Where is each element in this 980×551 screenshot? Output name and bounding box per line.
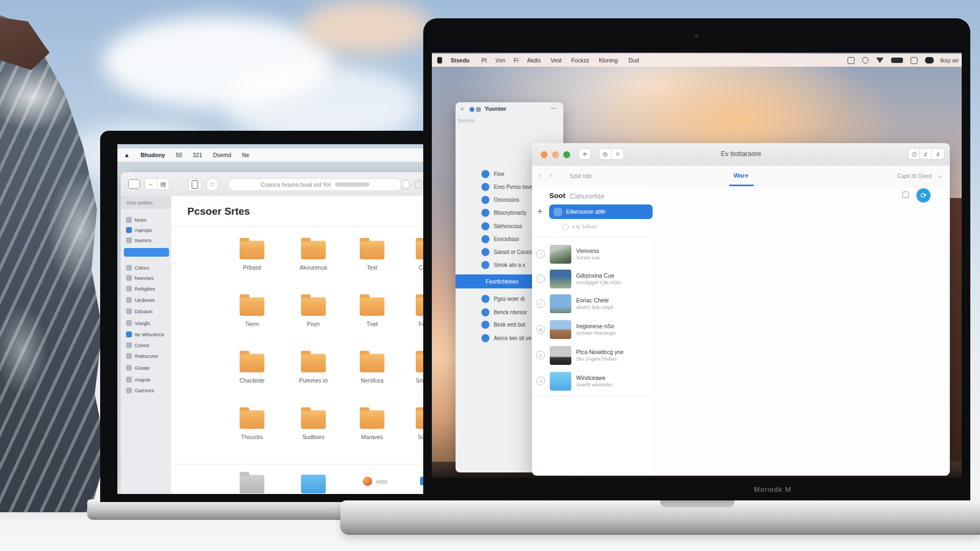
search-icon[interactable]: [862, 57, 869, 63]
folder-item[interactable]: Tierm: [227, 297, 277, 327]
menu-item[interactable]: Pt: [481, 57, 487, 63]
menu-item[interactable]: Fi: [514, 57, 519, 63]
folder-item[interactable]: [240, 475, 264, 493]
panel-icon-b[interactable]: [476, 107, 481, 112]
folder-item[interactable]: Poyn: [289, 297, 338, 327]
panel-item[interactable]: Stehoncous: [481, 221, 522, 231]
photo-list-row[interactable]: ◌ Gdrpoxina Cuesmudgigef Cde ASiis: [532, 267, 649, 291]
sidebar-item[interactable]: Uedsnes: [124, 295, 169, 305]
folder-item[interactable]: Pummes to: [289, 354, 338, 384]
divider: [532, 396, 653, 397]
spotlight-icon[interactable]: [925, 57, 934, 63]
folder-item[interactable]: Test: [347, 241, 397, 271]
panel-item[interactable]: Smok ato a x: [481, 260, 525, 270]
control-center-icon[interactable]: [848, 57, 855, 64]
sidebar-item[interactable]: Arajcte: [124, 375, 169, 384]
sidebar-item-selected[interactable]: [124, 248, 169, 257]
view-segmented-control[interactable]: – ▤: [144, 178, 170, 190]
panel-item[interactable]: Besk eett bot: [481, 320, 525, 329]
folder-item[interactable]: Prbasd: [227, 241, 277, 271]
panel-item[interactable]: Eres Pvnss tave: [481, 182, 533, 192]
menu-item[interactable]: 50: [176, 152, 182, 158]
apple-logo-icon[interactable]: [437, 57, 442, 63]
panel-item[interactable]: Sansd or Coces: [481, 247, 532, 257]
mic-icon[interactable]: [414, 180, 423, 189]
panel-item[interactable]: Erocivbasr: [481, 234, 519, 244]
photo-list-row[interactable]: ◇ Eoriac CheteahuttG kyb crepd: [532, 292, 649, 315]
apple-logo-icon[interactable]: ▲: [124, 152, 130, 158]
tab-ware[interactable]: Ware: [532, 172, 950, 179]
photo-list-row[interactable]: ◍ Iregionese nSoschister thiackegie: [532, 317, 649, 341]
menu-item[interactable]: Vest: [550, 57, 561, 63]
menu-item[interactable]: Bhudony: [141, 152, 165, 158]
blue-dot-icon: [481, 295, 489, 303]
folder-item[interactable]: Nersfcea: [347, 354, 397, 384]
folder-item[interactable]: Tnet: [347, 297, 397, 327]
display-icon[interactable]: [128, 179, 140, 189]
panel-item[interactable]: Ononssios: [481, 195, 519, 204]
add-icon[interactable]: +: [537, 207, 542, 216]
sidebar-item[interactable]: Coees: [124, 341, 169, 350]
menu-item[interactable]: Dud: [628, 57, 639, 63]
sidebar-item[interactable]: heevses: [124, 273, 169, 282]
panel-item[interactable]: Benck rdvrsor: [481, 307, 527, 317]
search-input[interactable]: Cnanca hvama taxal ind Yot: [228, 178, 402, 191]
zoom-in-icon[interactable]: z: [932, 149, 944, 159]
menu-item[interactable]: 321: [193, 152, 202, 158]
grid-view-icon[interactable]: ∷: [206, 178, 219, 191]
red-app-icon[interactable]: [363, 477, 372, 486]
folder-item[interactable]: Maraves: [347, 410, 397, 440]
sub-option-label[interactable]: s-ty Sdluas: [572, 223, 597, 229]
sidebar-item[interactable]: Geiate: [124, 363, 169, 372]
menu-item[interactable]: Ne: [242, 152, 249, 158]
menu-item[interactable]: Akdis: [527, 57, 541, 63]
folder-item[interactable]: Akourenua: [289, 241, 338, 271]
sidebar-item[interactable]: Noev: [124, 215, 169, 224]
list-view-icon[interactable]: –: [145, 179, 157, 189]
sidebar-item[interactable]: Ihatiscune: [124, 351, 169, 361]
sidebar-item[interactable]: Cskeo: [124, 263, 169, 272]
photos-titlebar: ≑ ◎⌗ Ev bottaraore ⎙ zz: [532, 143, 950, 166]
wifi-icon[interactable]: [876, 58, 884, 63]
close-icon[interactable]: ✕: [460, 106, 464, 112]
photo-list-row[interactable]: ◎ Ptca Neaidocg yne2trv 2Agani Divbes: [532, 343, 649, 367]
zoom-segment[interactable]: zz: [919, 148, 944, 160]
sidebar-item[interactable]: Inemns: [124, 236, 169, 245]
photo-list-row[interactable]: ◕ WindceaweAeartlt wasseder: [532, 369, 649, 393]
panel-item[interactable]: Aerco lwn sti ve: [481, 333, 531, 343]
photo-list-row[interactable]: ◔ VienvessSvHes koa: [532, 242, 649, 266]
menu-item[interactable]: Stsedu: [451, 57, 470, 63]
sidebar-item[interactable]: Aqecpe: [124, 225, 169, 235]
battery-icon[interactable]: [891, 58, 903, 63]
folder-item[interactable]: Thoucbs: [227, 410, 277, 440]
menu-item[interactable]: Fockzz: [571, 57, 589, 63]
clear-search-icon[interactable]: [401, 180, 410, 189]
sidebar-item[interactable]: Voeglo: [124, 319, 169, 328]
sidebar-item[interactable]: Gamnes: [124, 386, 169, 395]
panel-icon-a[interactable]: [470, 107, 474, 112]
filter-icon[interactable]: [902, 192, 909, 198]
sidebar-item[interactable]: Ddoaun: [124, 307, 169, 316]
sync-button[interactable]: ⟳: [916, 188, 930, 202]
folder-item[interactable]: [301, 475, 326, 493]
icon-view-icon[interactable]: ▤: [157, 179, 169, 189]
keyboard-icon[interactable]: [911, 57, 918, 64]
chevron-down-icon[interactable]: ⌄: [937, 172, 942, 179]
minimize-icon[interactable]: —: [551, 104, 557, 111]
share-icon[interactable]: ⎙: [908, 149, 920, 159]
folder-item[interactable]: Chacleide: [227, 354, 277, 384]
panel-item[interactable]: Pgss woer di: [481, 294, 524, 303]
sidebar-item[interactable]: Ite Whuslnce: [124, 330, 169, 339]
panel-item[interactable]: Bbscrytoracty: [481, 208, 527, 217]
primary-button[interactable]: Edwcsunse abfe: [549, 204, 653, 219]
folder-item[interactable]: Sudbses: [289, 410, 338, 440]
menu-item[interactable]: Vsn: [495, 57, 505, 63]
menu-item[interactable]: Kloning: [599, 57, 618, 63]
zoom-out-icon[interactable]: z: [920, 149, 932, 159]
panel-item[interactable]: Fioe: [481, 169, 504, 179]
right-menu-bar: Stsedu Pt Vsn Fi Akdis Vest Fockzz Kloni…: [432, 54, 962, 67]
app-badge-icon: [554, 208, 562, 216]
sidebar-item[interactable]: Rebgbes: [124, 284, 169, 293]
tablet-icon[interactable]: [188, 178, 201, 191]
menu-item[interactable]: Doemd: [213, 152, 232, 158]
